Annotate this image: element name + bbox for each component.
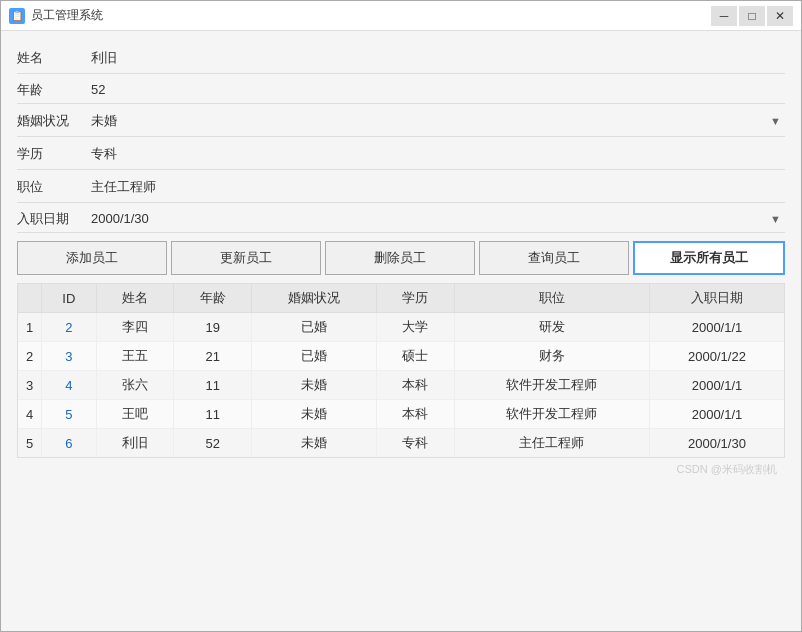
minimize-button[interactable]: ─ [711, 6, 737, 26]
table-row[interactable]: 5 6 利旧 52 未婚 专科 主任工程师 2000/1/30 [18, 429, 784, 458]
window-controls: ─ □ ✕ [711, 6, 793, 26]
position-label: 职位 [17, 178, 87, 196]
cell-rownum: 1 [18, 313, 42, 342]
maximize-button[interactable]: □ [739, 6, 765, 26]
update-employee-button[interactable]: 更新员工 [171, 241, 321, 275]
cell-marital: 未婚 [252, 371, 377, 400]
cell-age: 52 [174, 429, 252, 458]
name-row: 姓名 利旧 [17, 43, 785, 74]
cell-rownum: 2 [18, 342, 42, 371]
age-label: 年龄 [17, 81, 87, 99]
cell-rownum: 4 [18, 400, 42, 429]
cell-marital: 未婚 [252, 429, 377, 458]
cell-education: 本科 [376, 400, 454, 429]
cell-education: 专科 [376, 429, 454, 458]
close-button[interactable]: ✕ [767, 6, 793, 26]
cell-age: 21 [174, 342, 252, 371]
cell-age: 19 [174, 313, 252, 342]
marital-label: 婚姻状况 [17, 112, 87, 130]
hire-date-row: 入职日期 2000/1/30 ▼ [17, 205, 785, 233]
education-value: 专科 [87, 143, 785, 165]
delete-employee-button[interactable]: 删除员工 [325, 241, 475, 275]
table-row[interactable]: 2 3 王五 21 已婚 硕士 财务 2000/1/22 [18, 342, 784, 371]
hire-date-dropdown[interactable]: 2000/1/30 ▼ [87, 209, 785, 228]
cell-id[interactable]: 5 [42, 400, 96, 429]
hire-date-value: 2000/1/30 [91, 211, 149, 226]
table-row[interactable]: 1 2 李四 19 已婚 大学 研发 2000/1/1 [18, 313, 784, 342]
cell-education: 大学 [376, 313, 454, 342]
cell-position: 主任工程师 [454, 429, 649, 458]
cell-position: 软件开发工程师 [454, 400, 649, 429]
watermark: CSDN @米码收割机 [17, 458, 785, 481]
cell-position: 财务 [454, 342, 649, 371]
table-header-row: ID 姓名 年龄 婚姻状况 学历 职位 入职日期 [18, 284, 784, 313]
cell-marital: 已婚 [252, 313, 377, 342]
col-marital: 婚姻状况 [252, 284, 377, 313]
employee-table: ID 姓名 年龄 婚姻状况 学历 职位 入职日期 1 2 李四 19 已婚 大学… [18, 284, 784, 457]
action-buttons: 添加员工 更新员工 删除员工 查询员工 显示所有员工 [17, 241, 785, 275]
cell-rownum: 5 [18, 429, 42, 458]
main-window: 📋 员工管理系统 ─ □ ✕ 姓名 利旧 年龄 52 婚姻状况 未婚 ▼ 学历 … [0, 0, 802, 632]
cell-rownum: 3 [18, 371, 42, 400]
col-id: ID [42, 284, 96, 313]
app-icon: 📋 [9, 8, 25, 24]
cell-id[interactable]: 4 [42, 371, 96, 400]
main-content: 姓名 利旧 年龄 52 婚姻状况 未婚 ▼ 学历 专科 职位 主任工程师 入职日… [1, 31, 801, 631]
education-row: 学历 专科 [17, 139, 785, 170]
cell-hire-date: 2000/1/1 [650, 400, 784, 429]
education-label: 学历 [17, 145, 87, 163]
title-bar: 📋 员工管理系统 ─ □ ✕ [1, 1, 801, 31]
col-hire-date: 入职日期 [650, 284, 784, 313]
query-employee-button[interactable]: 查询员工 [479, 241, 629, 275]
col-position: 职位 [454, 284, 649, 313]
table-row[interactable]: 3 4 张六 11 未婚 本科 软件开发工程师 2000/1/1 [18, 371, 784, 400]
cell-id[interactable]: 2 [42, 313, 96, 342]
cell-education: 本科 [376, 371, 454, 400]
show-all-employees-button[interactable]: 显示所有员工 [633, 241, 785, 275]
cell-marital: 未婚 [252, 400, 377, 429]
col-rownum [18, 284, 42, 313]
cell-name: 王五 [96, 342, 174, 371]
cell-id[interactable]: 3 [42, 342, 96, 371]
col-age: 年龄 [174, 284, 252, 313]
cell-hire-date: 2000/1/22 [650, 342, 784, 371]
cell-age: 11 [174, 371, 252, 400]
cell-name: 利旧 [96, 429, 174, 458]
hire-date-label: 入职日期 [17, 210, 87, 228]
cell-position: 软件开发工程师 [454, 371, 649, 400]
table-row[interactable]: 4 5 王吧 11 未婚 本科 软件开发工程师 2000/1/1 [18, 400, 784, 429]
col-education: 学历 [376, 284, 454, 313]
cell-hire-date: 2000/1/1 [650, 371, 784, 400]
cell-age: 11 [174, 400, 252, 429]
position-value: 主任工程师 [87, 176, 785, 198]
age-row: 年龄 52 [17, 76, 785, 104]
name-label: 姓名 [17, 49, 87, 67]
cell-id[interactable]: 6 [42, 429, 96, 458]
window-title: 员工管理系统 [31, 7, 711, 24]
marital-row: 婚姻状况 未婚 ▼ [17, 106, 785, 137]
add-employee-button[interactable]: 添加员工 [17, 241, 167, 275]
position-row: 职位 主任工程师 [17, 172, 785, 203]
cell-hire-date: 2000/1/30 [650, 429, 784, 458]
marital-dropdown-arrow: ▼ [770, 115, 781, 127]
employee-table-container: ID 姓名 年龄 婚姻状况 学历 职位 入职日期 1 2 李四 19 已婚 大学… [17, 283, 785, 458]
cell-hire-date: 2000/1/1 [650, 313, 784, 342]
name-value: 利旧 [87, 47, 785, 69]
col-name: 姓名 [96, 284, 174, 313]
cell-name: 张六 [96, 371, 174, 400]
cell-name: 王吧 [96, 400, 174, 429]
age-value: 52 [87, 80, 785, 99]
cell-position: 研发 [454, 313, 649, 342]
marital-dropdown[interactable]: 未婚 ▼ [87, 110, 785, 132]
hire-date-dropdown-arrow: ▼ [770, 213, 781, 225]
cell-name: 李四 [96, 313, 174, 342]
marital-value: 未婚 [91, 112, 117, 130]
cell-marital: 已婚 [252, 342, 377, 371]
cell-education: 硕士 [376, 342, 454, 371]
